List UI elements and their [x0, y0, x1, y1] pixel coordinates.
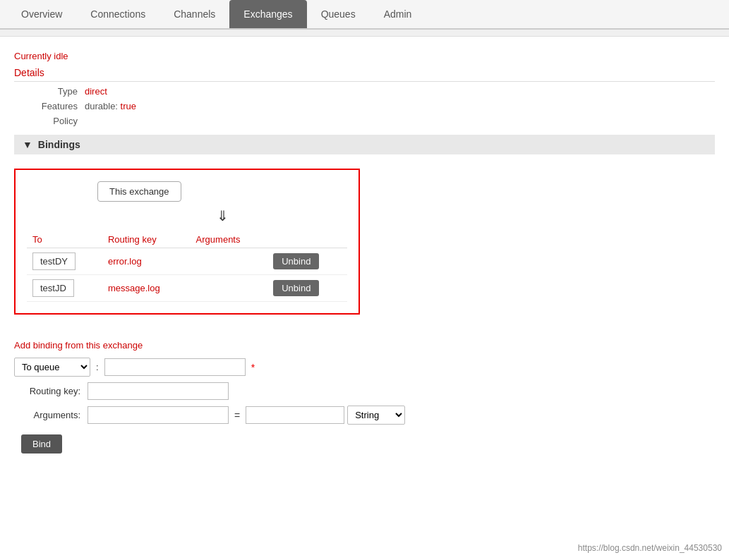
unbind-button[interactable]: Unbind — [273, 280, 319, 296]
page-content: Currently idle Details Type direct Featu… — [0, 39, 729, 461]
to-queue-select[interactable]: To queueTo exchange — [14, 358, 90, 377]
unbind-button[interactable]: Unbind — [273, 253, 319, 269]
type-value: direct — [85, 86, 107, 97]
collapse-arrow-icon: ▼ — [23, 139, 32, 150]
features-key: durable: — [85, 101, 118, 111]
tab-admin[interactable]: Admin — [370, 0, 426, 28]
type-row: Type direct — [28, 86, 715, 97]
features-label: Features — [28, 101, 85, 111]
features-row: Features durable: true — [28, 101, 715, 111]
to-cell: testJD — [27, 275, 102, 302]
arguments-label: Arguments: — [14, 410, 85, 420]
table-row: testJD message.log Unbind — [27, 275, 347, 302]
bindings-box: This exchange ⇓ To Routing key Arguments… — [14, 169, 360, 315]
equals-sign: = — [234, 410, 240, 421]
routing-key-value: error.log — [108, 256, 142, 267]
status-idle: Currently idle — [14, 51, 715, 61]
down-arrow-icon: ⇓ — [97, 207, 347, 224]
bindings-table: To Routing key Arguments testDY error.lo… — [27, 231, 347, 302]
unbind-cell: Unbind — [267, 248, 347, 275]
routing-key-cell: error.log — [102, 248, 191, 275]
col-routing-key: Routing key — [102, 231, 191, 248]
tab-queues[interactable]: Queues — [307, 0, 370, 28]
arguments-type-select[interactable]: StringIntegerBoolean — [347, 406, 405, 425]
arguments-cell — [191, 275, 268, 302]
routing-key-row: Routing key: — [14, 382, 715, 400]
features-value: durable: true — [85, 101, 136, 111]
details-table: Type direct Features durable: true Polic… — [28, 86, 715, 126]
arguments-value-input[interactable] — [246, 406, 344, 424]
exchange-badge: This exchange — [97, 181, 181, 202]
col-action — [267, 231, 347, 248]
scrollbar-area — [0, 30, 729, 37]
bind-button[interactable]: Bind — [21, 434, 62, 454]
routing-key-value: message.log — [108, 283, 160, 293]
unbind-cell: Unbind — [267, 275, 347, 302]
bindings-header[interactable]: ▼ Bindings — [14, 135, 715, 154]
routing-key-cell: message.log — [102, 275, 191, 302]
routing-key-label: Routing key: — [14, 386, 85, 396]
col-to: To — [27, 231, 102, 248]
type-label: Type — [28, 86, 85, 97]
colon-separator: : — [96, 362, 99, 372]
tab-overview[interactable]: Overview — [7, 0, 76, 28]
nav-tabs: Overview Connections Channels Exchanges … — [0, 0, 729, 30]
arguments-cell — [191, 248, 268, 275]
routing-key-input[interactable] — [88, 382, 229, 400]
queue-name: testDY — [32, 252, 76, 270]
exchange-badge-wrapper: This exchange — [27, 181, 347, 207]
to-queue-row: To queueTo exchange : * — [14, 358, 715, 377]
tab-connections[interactable]: Connections — [76, 0, 159, 28]
tab-channels[interactable]: Channels — [159, 0, 229, 28]
tab-exchanges[interactable]: Exchanges — [229, 0, 306, 28]
queue-name: testJD — [32, 279, 74, 297]
required-star: * — [251, 362, 255, 373]
bindings-table-header: To Routing key Arguments — [27, 231, 347, 248]
arguments-key-input[interactable] — [88, 406, 229, 424]
bind-button-row: Bind — [14, 430, 715, 454]
arguments-row: Arguments: = StringIntegerBoolean — [14, 406, 715, 425]
add-binding-title: Add binding from this exchange — [14, 340, 715, 351]
table-row: testDY error.log Unbind — [27, 248, 347, 275]
to-cell: testDY — [27, 248, 102, 275]
policy-label: Policy — [28, 116, 85, 126]
details-header: Details — [14, 67, 715, 82]
col-arguments: Arguments — [191, 231, 268, 248]
policy-row: Policy — [28, 116, 715, 126]
features-val: true — [121, 101, 136, 111]
bindings-title: Bindings — [38, 139, 80, 150]
to-queue-input[interactable] — [104, 358, 246, 376]
